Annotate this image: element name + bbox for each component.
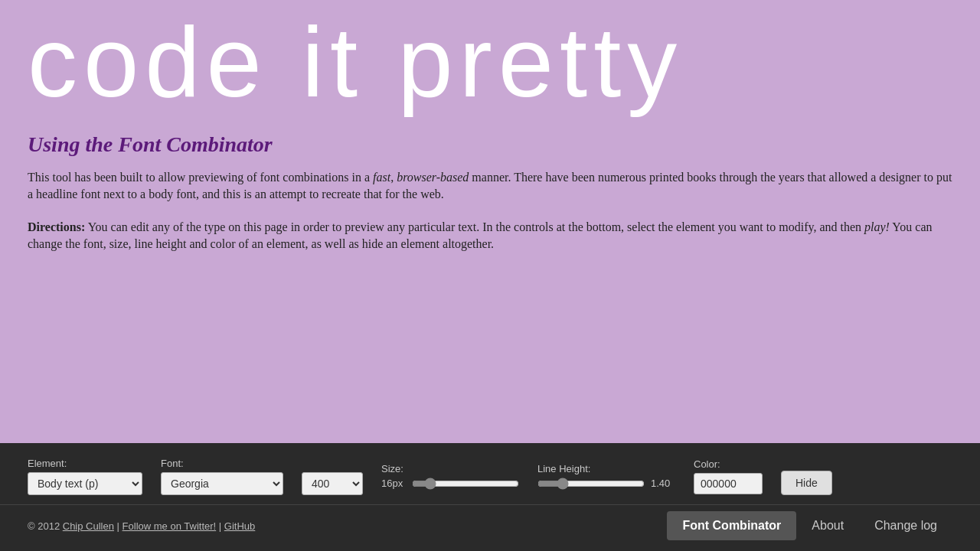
changelog-nav-button[interactable]: Change log [859, 511, 952, 540]
separator2: | [219, 520, 224, 532]
color-control-group: Color: [694, 458, 763, 494]
weight-select[interactable]: 100 200 300 400 500 600 700 800 900 [302, 472, 363, 495]
lineheight-control-group: Line Height: 1.40 [537, 463, 675, 490]
element-select[interactable]: Body text (p) Heading (h1) Subheading (h… [28, 472, 142, 495]
font-control-group: Font: Georgia Arial Verdana Times New Ro… [161, 458, 283, 495]
github-link[interactable]: GitHub [224, 520, 255, 532]
author-link[interactable]: Chip Cullen [63, 520, 114, 532]
section-heading: Using the Font Combinator [28, 132, 952, 157]
font-select[interactable]: Georgia Arial Verdana Times New Roman Co… [161, 472, 283, 495]
controls-row: Element: Body text (p) Heading (h1) Subh… [0, 443, 980, 504]
font-label: Font: [161, 458, 283, 469]
element-label: Element: [28, 458, 142, 469]
hide-button[interactable]: Hide [781, 471, 832, 495]
intro-browser: browser-based [397, 171, 469, 184]
directions-text-mid: iew any particular text. In the controls… [367, 220, 864, 233]
directions-play: play! [864, 220, 890, 233]
lineheight-slider-row: 1.40 [537, 478, 675, 490]
footer-links: Font Combinator About Change log [667, 511, 952, 540]
weight-label [302, 458, 363, 469]
footer-bar: Element: Body text (p) Heading (h1) Subh… [0, 443, 980, 551]
cursor-position: v [361, 220, 367, 233]
size-label: Size: [381, 463, 519, 474]
hero-title: CODE IT PRETTY [28, 0, 952, 117]
intro-fast: fast [373, 171, 390, 184]
about-nav-button[interactable]: About [796, 511, 859, 540]
footer-nav: © 2012 Chip Cullen | Follow me on Twitte… [0, 504, 980, 551]
weight-control-group: 100 200 300 400 500 600 700 800 900 [302, 458, 363, 495]
intro-text-start: This tool has been built to allow previe… [28, 171, 373, 184]
intro-text-mid: , [390, 171, 397, 184]
copyright-year: © 2012 [28, 520, 60, 532]
lineheight-label: Line Height: [537, 463, 675, 474]
separator1: | [117, 520, 122, 532]
size-slider[interactable] [412, 478, 519, 490]
lineheight-value: 1.40 [651, 478, 675, 489]
directions-label: Directions: [28, 220, 85, 233]
footer-copyright: © 2012 Chip Cullen | Follow me on Twitte… [28, 520, 255, 532]
size-control-group: Size: 16px [381, 463, 519, 490]
size-slider-row: 16px [381, 478, 519, 490]
twitter-link[interactable]: Follow me on Twitter! [122, 520, 217, 532]
font-combinator-nav-button[interactable]: Font Combinator [667, 511, 796, 540]
size-value: 16px [381, 478, 406, 489]
main-content: CODE IT PRETTY Using the Font Combinator… [0, 0, 980, 443]
element-control-group: Element: Body text (p) Heading (h1) Subh… [28, 458, 142, 495]
color-label: Color: [694, 458, 763, 470]
directions-paragraph: Directions: You can edit any of the type… [28, 219, 952, 253]
lineheight-slider[interactable] [537, 478, 645, 490]
directions-text-start: You can edit any of the type on this pag… [85, 220, 360, 233]
intro-paragraph: This tool has been built to allow previe… [28, 169, 952, 204]
color-input[interactable] [694, 473, 763, 494]
